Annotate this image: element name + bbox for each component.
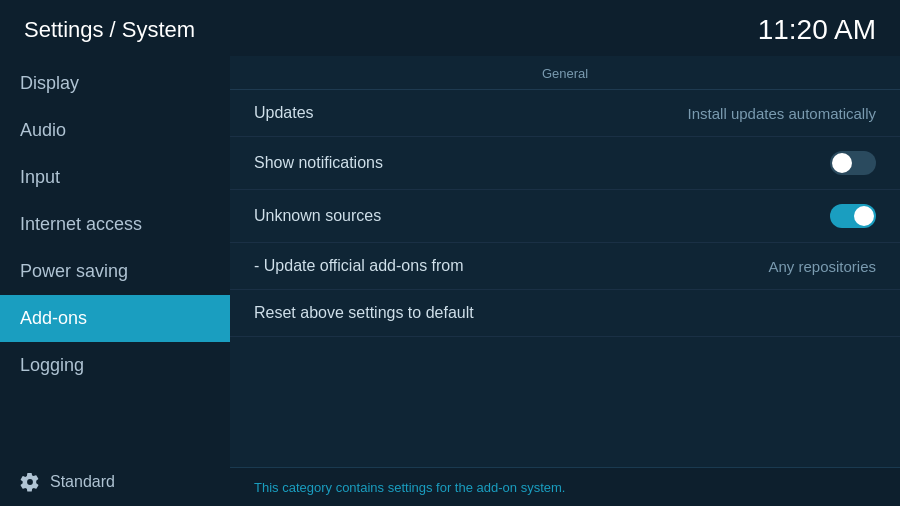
- setting-label-update-addons: - Update official add-ons from: [254, 257, 464, 275]
- setting-row-unknown-sources[interactable]: Unknown sources: [230, 190, 900, 243]
- setting-row-show-notifications[interactable]: Show notifications: [230, 137, 900, 190]
- toggle-unknown-sources[interactable]: [830, 204, 876, 228]
- gear-icon: [20, 472, 40, 492]
- sidebar-footer[interactable]: Standard: [0, 458, 230, 506]
- sidebar-item-display[interactable]: Display: [0, 60, 230, 107]
- setting-value-update-addons: Any repositories: [768, 258, 876, 275]
- toggle-knob-unknown-sources: [854, 206, 874, 226]
- setting-row-update-addons[interactable]: - Update official add-ons from Any repos…: [230, 243, 900, 290]
- content-footer: This category contains settings for the …: [230, 467, 900, 506]
- setting-label-reset: Reset above settings to default: [254, 304, 474, 322]
- setting-label-unknown-sources: Unknown sources: [254, 207, 381, 225]
- main-layout: Display Audio Input Internet access Powe…: [0, 56, 900, 506]
- content-body: General Updates Install updates automati…: [230, 56, 900, 467]
- standard-label: Standard: [50, 473, 115, 491]
- header: Settings / System 11:20 AM: [0, 0, 900, 56]
- setting-label-updates: Updates: [254, 104, 314, 122]
- sidebar-item-logging[interactable]: Logging: [0, 342, 230, 389]
- section-label: General: [230, 56, 900, 90]
- content-area: General Updates Install updates automati…: [230, 56, 900, 506]
- sidebar: Display Audio Input Internet access Powe…: [0, 56, 230, 506]
- sidebar-item-audio[interactable]: Audio: [0, 107, 230, 154]
- sidebar-item-internet-access[interactable]: Internet access: [0, 201, 230, 248]
- setting-row-reset[interactable]: Reset above settings to default: [230, 290, 900, 337]
- clock: 11:20 AM: [758, 14, 876, 46]
- setting-value-updates: Install updates automatically: [688, 105, 876, 122]
- footer-description: This category contains settings for the …: [254, 480, 565, 495]
- toggle-show-notifications[interactable]: [830, 151, 876, 175]
- sidebar-item-input[interactable]: Input: [0, 154, 230, 201]
- toggle-knob-show-notifications: [832, 153, 852, 173]
- page-title: Settings / System: [24, 17, 195, 43]
- sidebar-item-power-saving[interactable]: Power saving: [0, 248, 230, 295]
- sidebar-item-add-ons[interactable]: Add-ons: [0, 295, 230, 342]
- setting-row-updates[interactable]: Updates Install updates automatically: [230, 90, 900, 137]
- setting-label-show-notifications: Show notifications: [254, 154, 383, 172]
